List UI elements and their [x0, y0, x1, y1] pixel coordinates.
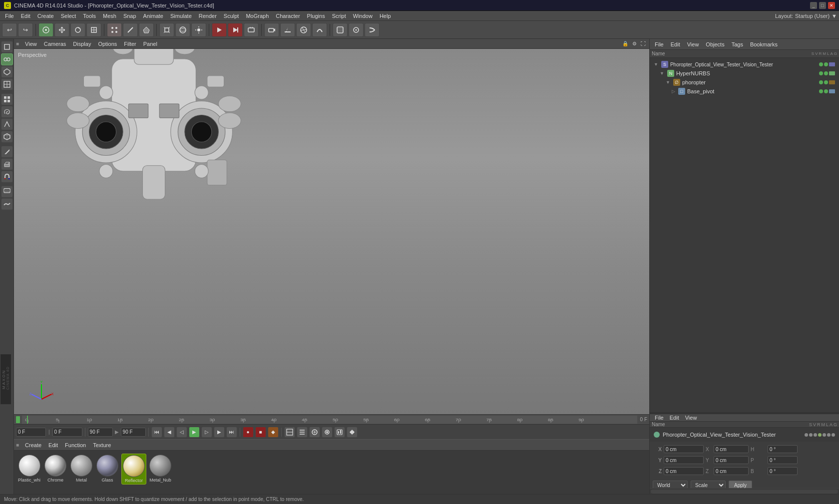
- go-last-button[interactable]: ⏭: [226, 427, 237, 438]
- rotate-button[interactable]: [70, 23, 85, 37]
- mat-metal[interactable]: Metal: [69, 454, 93, 484]
- mat-metal-nub[interactable]: Metal_Nub: [148, 454, 172, 484]
- sidebar-extrude[interactable]: [1, 158, 13, 170]
- obj-hypernurbs[interactable]: ▼ N HyperNURBS: [652, 69, 837, 78]
- timeline-btn[interactable]: [297, 427, 308, 438]
- mat-glass[interactable]: Glass: [95, 454, 119, 484]
- select-live-button[interactable]: [38, 23, 53, 37]
- motion-path[interactable]: [284, 427, 295, 438]
- menu-tools[interactable]: Tools: [80, 12, 99, 20]
- menu-render[interactable]: Render: [196, 12, 220, 20]
- sidebar-sculpt-tool[interactable]: [1, 198, 13, 210]
- render-settings[interactable]: [244, 23, 259, 37]
- vp-options-menu[interactable]: Options: [95, 40, 120, 47]
- snap-btn[interactable]: [349, 23, 364, 37]
- menu-window[interactable]: Window: [350, 12, 376, 20]
- vp-panel-menu[interactable]: Panel: [140, 40, 160, 47]
- titlebar-controls[interactable]: _ □ ✕: [810, 2, 835, 9]
- obj-objects-menu[interactable]: Objects: [703, 41, 727, 48]
- vp-filter-menu[interactable]: Filter: [121, 40, 139, 47]
- mat-texture-menu[interactable]: Texture: [90, 442, 114, 449]
- sidebar-lasso[interactable]: [1, 106, 13, 118]
- power-btn[interactable]: [322, 427, 333, 438]
- fracture-btn[interactable]: [296, 23, 311, 37]
- menu-plugins[interactable]: Plugins: [304, 12, 328, 20]
- edit-timeline[interactable]: [334, 427, 345, 438]
- mat-edit-menu[interactable]: Edit: [45, 442, 61, 449]
- twist-btn[interactable]: [365, 23, 380, 37]
- mat-function-menu[interactable]: Function: [62, 442, 89, 449]
- vp-fullscreen-icon[interactable]: ⛶: [639, 40, 647, 48]
- sidebar-path[interactable]: [1, 118, 13, 130]
- current-frame-field[interactable]: [16, 428, 46, 437]
- new-light[interactable]: [191, 23, 206, 37]
- attr-b-val[interactable]: [768, 467, 798, 475]
- obj-edit-menu[interactable]: Edit: [668, 41, 683, 48]
- render-region[interactable]: [309, 427, 320, 438]
- attr-p-val[interactable]: [768, 456, 798, 464]
- menu-edit[interactable]: Edit: [18, 12, 33, 20]
- obj-view-menu[interactable]: View: [684, 41, 702, 48]
- obj-base-pivot[interactable]: ▷ □ Base_pivot: [652, 87, 837, 96]
- menu-help[interactable]: Help: [377, 12, 394, 20]
- deformer-btn[interactable]: [312, 23, 327, 37]
- menu-character[interactable]: Character: [273, 12, 303, 20]
- obj-tags-menu[interactable]: Tags: [729, 41, 746, 48]
- scale-button[interactable]: [86, 23, 101, 37]
- menu-simulate[interactable]: Simulate: [167, 12, 195, 20]
- render-active[interactable]: [212, 23, 227, 37]
- sidebar-texture-mode[interactable]: [1, 78, 13, 90]
- poly-mode[interactable]: [139, 23, 154, 37]
- attr-file-menu[interactable]: File: [652, 414, 667, 421]
- close-button[interactable]: ✕: [828, 2, 835, 9]
- obj-bookmarks-menu[interactable]: Bookmarks: [747, 41, 781, 48]
- 3d-viewport[interactable]: Perspective: [14, 49, 649, 414]
- attr-h-val[interactable]: [768, 445, 798, 453]
- mat-plastic-white[interactable]: Plastic_whi: [17, 454, 41, 484]
- new-sphere[interactable]: [175, 23, 190, 37]
- sidebar-knife[interactable]: [1, 146, 13, 158]
- undo-button[interactable]: ↩: [2, 23, 17, 37]
- vp-lock-icon[interactable]: 🔒: [621, 40, 629, 48]
- attr-z-field[interactable]: [664, 467, 704, 475]
- menu-create[interactable]: Create: [34, 12, 57, 20]
- play-button[interactable]: ▶: [189, 427, 200, 438]
- redo-button[interactable]: ↪: [18, 23, 33, 37]
- vp-display-menu[interactable]: Display: [70, 40, 94, 47]
- mat-chrome[interactable]: Chrome: [43, 454, 67, 484]
- obj-scene-root[interactable]: ▼ S Phoropter_Optical_View_Tester_Vision…: [652, 60, 837, 69]
- sidebar-select-all[interactable]: [1, 93, 13, 105]
- go-first-button[interactable]: ⏮: [151, 427, 162, 438]
- render-picture[interactable]: [228, 23, 243, 37]
- menu-animate[interactable]: Animate: [140, 12, 166, 20]
- scrollbar-track[interactable]: [651, 490, 838, 494]
- camera-obj[interactable]: [264, 23, 279, 37]
- sidebar-paint[interactable]: [1, 186, 13, 198]
- mat-reflector[interactable]: Reflector: [121, 454, 146, 485]
- menu-select[interactable]: Select: [58, 12, 79, 20]
- end-frame-field[interactable]: [88, 428, 113, 437]
- vp-settings-icon[interactable]: ⚙: [630, 40, 638, 48]
- maximize-button[interactable]: □: [819, 2, 826, 9]
- timeline-ruler[interactable]: 0 5 10 15 20 25 30 35 40: [14, 414, 649, 424]
- floor-btn[interactable]: [280, 23, 295, 37]
- attr-x-field[interactable]: [664, 445, 704, 453]
- attr-main-item[interactable]: Phoropter_Optical_View_Tester_Vision_Tes…: [652, 430, 837, 440]
- menu-file[interactable]: File: [2, 12, 17, 20]
- go-next-frame-button[interactable]: ▷: [201, 427, 212, 438]
- start-frame-field[interactable]: [52, 428, 82, 437]
- attr-y-field[interactable]: [664, 456, 704, 464]
- obj-file-menu[interactable]: File: [652, 41, 667, 48]
- new-cube[interactable]: [159, 23, 174, 37]
- attr-h-field[interactable]: [714, 445, 749, 453]
- attr-edit-menu[interactable]: Edit: [667, 414, 682, 421]
- keyframe-button[interactable]: ◆: [268, 427, 279, 438]
- vp-cameras-menu[interactable]: Cameras: [41, 40, 69, 47]
- obj-phoropter[interactable]: ▼ ∅ phoropter: [652, 78, 837, 87]
- attr-b-field[interactable]: [714, 467, 749, 475]
- minimize-button[interactable]: _: [810, 2, 817, 9]
- sidebar-cube-tool[interactable]: [1, 131, 13, 143]
- menu-snap[interactable]: Snap: [120, 12, 139, 20]
- mat-create-menu[interactable]: Create: [22, 442, 44, 449]
- record-button[interactable]: ●: [243, 427, 254, 438]
